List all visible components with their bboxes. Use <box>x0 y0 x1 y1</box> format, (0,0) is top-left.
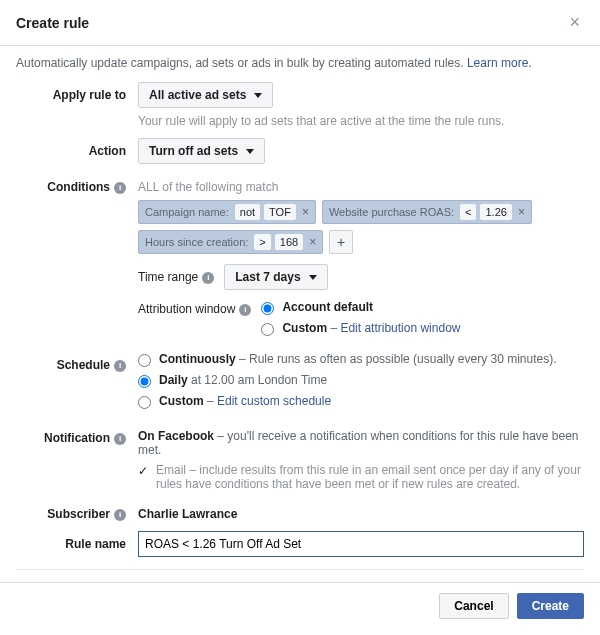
info-icon: i <box>239 304 251 316</box>
label-attribution-window: Attribution windowi <box>138 300 251 316</box>
action-dropdown[interactable]: Turn off ad sets <box>138 138 265 164</box>
notification-facebook: On Facebook – you'll receive a notificat… <box>138 429 584 457</box>
label-apply-rule-to: Apply rule to <box>16 82 138 128</box>
radio-input[interactable] <box>138 396 151 409</box>
dialog-footer: Cancel Create <box>0 582 600 629</box>
apply-rule-help: Your rule will apply to ad sets that are… <box>138 114 584 128</box>
label-conditions: Conditionsi <box>16 174 138 342</box>
edit-attribution-link[interactable]: Edit attribution window <box>340 321 460 335</box>
chevron-down-icon <box>254 93 262 98</box>
chevron-down-icon <box>309 275 317 280</box>
condition-chip[interactable]: Website purchase ROAS: < 1.26 × <box>322 200 532 224</box>
radio-input[interactable] <box>261 323 274 336</box>
time-range-dropdown[interactable]: Last 7 days <box>224 264 327 290</box>
apply-rule-to-dropdown[interactable]: All active ad sets <box>138 82 273 108</box>
schedule-option[interactable]: Custom – Edit custom schedule <box>138 394 584 409</box>
check-icon[interactable]: ✓ <box>138 464 148 478</box>
add-condition-button[interactable]: + <box>329 230 353 254</box>
schedule-option[interactable]: Continuously – Rule runs as often as pos… <box>138 352 584 367</box>
dialog-description: Automatically update campaigns, ad sets … <box>0 46 600 82</box>
rule-name-input[interactable] <box>138 531 584 557</box>
info-icon: i <box>202 272 214 284</box>
info-icon: i <box>114 360 126 372</box>
label-notification: Notificationi <box>16 425 138 491</box>
chevron-down-icon <box>246 149 254 154</box>
info-icon: i <box>114 433 126 445</box>
dialog-title: Create rule <box>16 15 89 31</box>
learn-more-link[interactable]: Learn more. <box>467 56 532 70</box>
info-icon: i <box>114 182 126 194</box>
chip-remove-icon[interactable]: × <box>518 206 525 218</box>
label-subscriber: Subscriberi <box>16 501 138 521</box>
attribution-option[interactable]: Account default <box>261 300 584 315</box>
cancel-button[interactable]: Cancel <box>439 593 508 619</box>
dialog-header: Create rule × <box>0 0 600 46</box>
subscriber-value: Charlie Lawrance <box>138 501 237 521</box>
schedule-option[interactable]: Daily at 12.00 am London Time <box>138 373 584 388</box>
info-icon: i <box>114 509 126 521</box>
label-schedule: Schedulei <box>16 352 138 415</box>
radio-input[interactable] <box>261 302 274 315</box>
label-time-range: Time rangei <box>138 270 214 284</box>
label-rule-name: Rule name <box>16 531 138 557</box>
conditions-match-text: ALL of the following match <box>138 180 584 194</box>
create-button[interactable]: Create <box>517 593 584 619</box>
condition-chip[interactable]: Campaign name: not TOF × <box>138 200 316 224</box>
condition-chip[interactable]: Hours since creation: > 168 × <box>138 230 323 254</box>
label-action: Action <box>16 138 138 164</box>
radio-input[interactable] <box>138 375 151 388</box>
divider <box>16 569 584 570</box>
chip-remove-icon[interactable]: × <box>309 236 316 248</box>
chip-remove-icon[interactable]: × <box>302 206 309 218</box>
close-icon[interactable]: × <box>565 12 584 33</box>
radio-input[interactable] <box>138 354 151 367</box>
attribution-option[interactable]: Custom – Edit attribution window <box>261 321 584 336</box>
notification-email-row[interactable]: ✓ Email – include results from this rule… <box>138 463 584 491</box>
edit-schedule-link[interactable]: Edit custom schedule <box>217 394 331 408</box>
